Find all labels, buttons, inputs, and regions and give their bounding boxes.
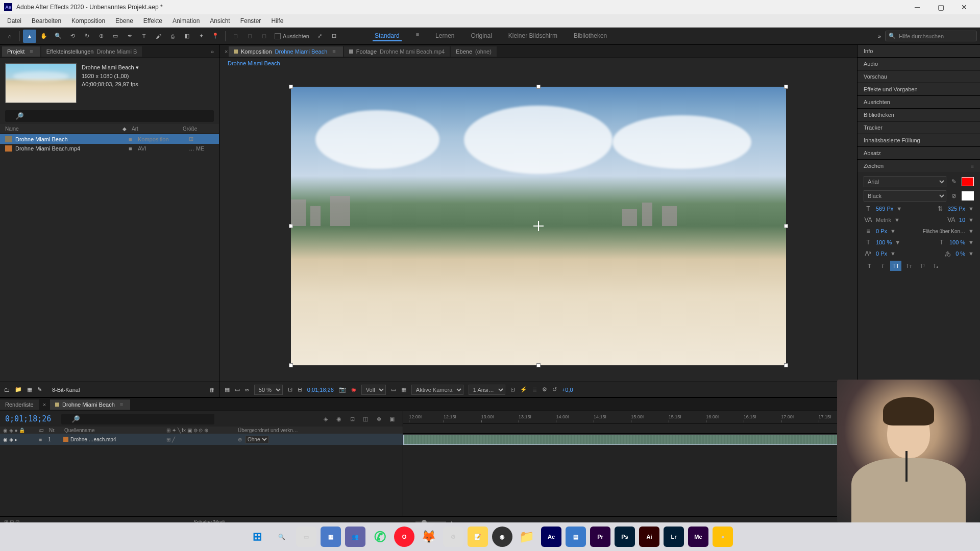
hscale-value[interactable]: 100 % bbox=[949, 239, 965, 245]
fast-preview-icon[interactable]: ⚡ bbox=[520, 386, 527, 393]
bit-depth-label[interactable]: 8-Bit-Kanal bbox=[52, 387, 80, 393]
taskbar-taskview[interactable]: ▭ bbox=[296, 527, 316, 547]
vscale-value[interactable]: 100 % bbox=[876, 239, 892, 245]
stroke-color-swatch[interactable] bbox=[962, 191, 974, 201]
mask-icon[interactable]: ▭ bbox=[235, 386, 240, 393]
taskbar-app1[interactable]: ⚙ bbox=[443, 527, 463, 547]
taskbar-ai[interactable]: Ai bbox=[639, 527, 659, 547]
allcaps-button[interactable]: TT bbox=[890, 261, 901, 271]
frame-blend-icon[interactable]: ◫ bbox=[360, 413, 371, 424]
tsume-value[interactable]: 0 % bbox=[955, 251, 965, 257]
font-size-value[interactable]: 569 Px bbox=[876, 206, 893, 212]
workspace-kleiner[interactable]: Kleiner Bildschirm bbox=[506, 31, 559, 41]
taskbar-teams[interactable]: 👥 bbox=[345, 527, 365, 547]
comp-mini-flowchart-icon[interactable]: ◈ bbox=[320, 413, 331, 424]
selected-comp-name[interactable]: Drohne Miami Beach ▾ bbox=[82, 63, 214, 72]
panel-menu-icon[interactable]: ≡ bbox=[971, 163, 974, 169]
panel-overflow-icon[interactable]: » bbox=[208, 48, 217, 55]
panel-inhaltsbasierte[interactable]: Inhaltsbasierte Füllung bbox=[857, 134, 980, 146]
align-checkbox[interactable]: Ausrichten bbox=[275, 33, 309, 39]
col-size[interactable]: Größe bbox=[183, 126, 213, 132]
panel-ausrichten[interactable]: Ausrichten bbox=[857, 96, 980, 108]
menu-bearbeiten[interactable]: Bearbeiten bbox=[27, 15, 66, 27]
panel-zeichen[interactable]: Zeichen ≡ bbox=[857, 160, 980, 172]
subscript-button[interactable]: T₁ bbox=[930, 261, 941, 271]
taskbar-explorer[interactable]: 📁 bbox=[517, 527, 537, 547]
eyedropper-icon[interactable]: ✎ bbox=[949, 178, 959, 186]
panel-menu-icon[interactable]: ≡ bbox=[118, 402, 125, 408]
timeline-comp-tab[interactable]: Drohne Miami Beach ≡ bbox=[50, 399, 130, 410]
close-button[interactable]: ✕ bbox=[952, 0, 976, 14]
baseline-value[interactable]: 0 Px bbox=[876, 251, 887, 257]
leading-value[interactable]: 325 Px bbox=[948, 206, 965, 212]
anchor-tool[interactable]: ⊕ bbox=[94, 30, 108, 43]
composition-viewer[interactable] bbox=[291, 87, 786, 365]
menu-fenster[interactable]: Fenster bbox=[235, 15, 266, 27]
handle-tr[interactable] bbox=[784, 85, 788, 89]
reset-exposure-icon[interactable]: ↺ bbox=[552, 386, 557, 393]
menu-hilfe[interactable]: Hilfe bbox=[266, 15, 288, 27]
timeline-icon[interactable]: ≣ bbox=[532, 386, 537, 393]
timeline-tab-close[interactable]: × bbox=[39, 402, 50, 408]
menu-ebene[interactable]: Ebene bbox=[110, 15, 138, 27]
exposure-value[interactable]: +0,0 bbox=[562, 387, 573, 393]
kerning-value[interactable]: Metrik bbox=[876, 217, 891, 223]
snap-tool-2[interactable]: ⊡ bbox=[328, 30, 341, 43]
taskbar-firefox[interactable]: 🦊 bbox=[419, 527, 439, 547]
workspace-lernen[interactable]: Lernen bbox=[433, 31, 456, 41]
panel-bibliotheken[interactable]: Bibliotheken bbox=[857, 109, 980, 121]
parent-select[interactable]: Ohne bbox=[245, 436, 269, 443]
motion-blur-icon[interactable]: ⊚ bbox=[373, 413, 384, 424]
panel-tracker[interactable]: Tracker bbox=[857, 121, 980, 134]
handle-bl[interactable] bbox=[289, 363, 293, 367]
flowchart-icon[interactable]: ⚙ bbox=[542, 386, 547, 393]
eraser-tool[interactable]: ◧ bbox=[180, 30, 193, 43]
pen-tool[interactable]: ✒ bbox=[123, 30, 136, 43]
draft-3d-icon[interactable]: ◉ bbox=[333, 413, 345, 424]
menu-datei[interactable]: Datei bbox=[2, 15, 27, 27]
project-item-comp[interactable]: Drohne Miami Beach ■ Komposition ⊞ bbox=[0, 134, 219, 144]
snapshot-icon[interactable]: 📷 bbox=[339, 386, 346, 393]
project-item-footage[interactable]: Drohne Miami Beach.mp4 ■ AVI … ME bbox=[0, 144, 219, 153]
puppet-tool[interactable]: 📍 bbox=[209, 30, 222, 43]
handle-mr[interactable] bbox=[784, 224, 788, 228]
panel-menu-icon[interactable]: ≡ bbox=[28, 48, 35, 55]
channel-icon[interactable]: ◉ bbox=[351, 386, 356, 393]
graph-editor-icon[interactable]: ▣ bbox=[386, 413, 398, 424]
renderlist-tab[interactable]: Renderliste bbox=[0, 399, 39, 410]
anchor-point-icon[interactable] bbox=[533, 221, 544, 231]
clone-tool[interactable]: ⎙ bbox=[166, 30, 179, 43]
rotate-tool[interactable]: ↻ bbox=[80, 30, 93, 43]
taskbar-ae[interactable]: Ae bbox=[541, 527, 561, 547]
fill-color-swatch[interactable] bbox=[962, 177, 974, 186]
help-search[interactable]: 🔍 Hilfe durchsuchen bbox=[885, 31, 977, 41]
timeline-search-input[interactable] bbox=[61, 414, 214, 424]
minimize-button[interactable]: ─ bbox=[905, 0, 929, 14]
views-select[interactable]: 1 Ansi… bbox=[469, 385, 505, 395]
handle-tc[interactable] bbox=[536, 85, 541, 89]
timeline-timecode[interactable]: 0;01;18;26 bbox=[5, 414, 51, 423]
panel-vorschau[interactable]: Vorschau bbox=[857, 70, 980, 83]
italic-button[interactable]: T bbox=[877, 261, 888, 271]
panel-info[interactable]: Info bbox=[857, 45, 980, 57]
menu-animation[interactable]: Animation bbox=[167, 15, 205, 27]
workspace-menu-icon[interactable]: ≡ bbox=[414, 31, 421, 41]
trash-icon[interactable]: 🗑 bbox=[209, 387, 215, 393]
col-source[interactable]: Quellenname bbox=[64, 428, 166, 433]
taskbar-whatsapp[interactable]: ✆ bbox=[370, 527, 390, 547]
home-tool[interactable]: ⌂ bbox=[3, 30, 16, 43]
resolution-select[interactable]: Voll bbox=[361, 385, 386, 395]
new-folder-icon[interactable]: 📁 bbox=[15, 386, 22, 393]
maximize-button[interactable]: ▢ bbox=[929, 0, 952, 14]
taskbar-widgets[interactable]: ▦ bbox=[321, 527, 341, 547]
orbit-tool[interactable]: ⟲ bbox=[66, 30, 79, 43]
shy-icon[interactable]: ⊡ bbox=[347, 413, 358, 424]
handle-br[interactable] bbox=[784, 363, 788, 367]
taskbar-opera[interactable]: O bbox=[394, 527, 414, 547]
col-type[interactable]: Art bbox=[132, 126, 183, 132]
composition-tab[interactable]: Komposition Drohne Miami Beach ≡ bbox=[229, 46, 343, 57]
menu-komposition[interactable]: Komposition bbox=[66, 15, 110, 27]
menu-ansicht[interactable]: Ansicht bbox=[205, 15, 235, 27]
col-parent[interactable]: Übergeordnet und verkn… bbox=[238, 428, 400, 433]
taskbar-search[interactable]: 🔍 bbox=[272, 527, 292, 547]
